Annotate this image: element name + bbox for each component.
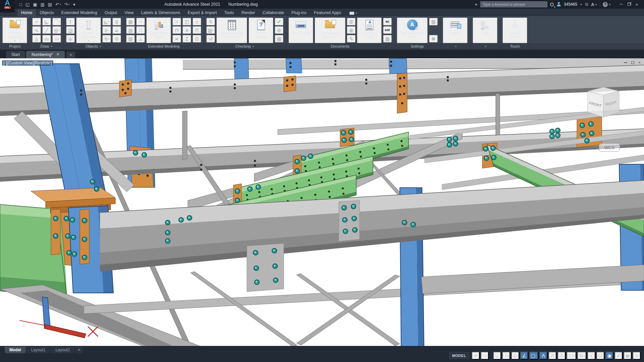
panel-expand-caret[interactable]: ▼ (50, 45, 53, 48)
qat-customize-icon[interactable]: ▾ (72, 2, 77, 7)
polygon-plate-icon[interactable]: ▰ (112, 26, 121, 34)
object-snap-icon[interactable]: ▢▾ (529, 352, 538, 360)
tool-palette-button[interactable]: Advance SteelTool Palette (216, 17, 247, 43)
bottom-bracing[interactable] (191, 272, 400, 346)
rectangle-icon[interactable]: ▭ (42, 35, 51, 43)
select-mode-button[interactable]: SelectMode (502, 17, 527, 43)
viewport-close-icon[interactable]: × (638, 61, 641, 64)
annotation-visibility-icon[interactable]: Λ (539, 352, 547, 360)
plate-icon[interactable]: ◣▾ (102, 18, 111, 25)
panel-label-project[interactable]: Project (0, 43, 30, 50)
bracing-icon[interactable]: ≍ (172, 35, 181, 43)
app-store-cart-icon[interactable]: ⊟ (585, 2, 588, 7)
layout-tab-layout2[interactable]: Layout2 (51, 347, 74, 353)
signin-caret-icon[interactable]: ▼ (580, 3, 582, 6)
ribbon-tab-home[interactable]: Home (17, 9, 36, 16)
beam-features-icon[interactable]: Ⅱ▾ (102, 26, 111, 34)
nc-export-icon[interactable]: NC (383, 18, 392, 25)
beam-icon[interactable]: I (66, 18, 75, 25)
ribbon-toggle-caret[interactable]: ▼ (355, 12, 358, 14)
hole-pattern-icon[interactable]: ∷ (136, 26, 145, 34)
plate-icon-caret[interactable]: ▾ (108, 20, 109, 23)
document-manager-button[interactable]: DocumentManager (315, 17, 345, 43)
bolts-icon[interactable]: ↯▾ (102, 35, 111, 43)
panel-label-caret[interactable]: ▼ (470, 43, 500, 50)
grating-variable-icon[interactable]: ▧ (126, 26, 135, 34)
update-defaults-icon[interactable]: ↺ (206, 35, 215, 43)
ray-icon[interactable]: ╱ (42, 26, 51, 34)
layout-tab-layout1[interactable]: Layout1 (26, 347, 50, 353)
view-button[interactable]: View (473, 17, 497, 43)
ortho-mode-icon[interactable]: ∟ (493, 352, 501, 360)
polygon-icon[interactable]: △ (32, 35, 41, 43)
doc-export-icon[interactable]: ▤ (383, 35, 392, 43)
steel-beam-foreground[interactable] (100, 180, 644, 272)
model-3d-view[interactable]: FRONT RIGHT WCS (0, 58, 644, 346)
close-button[interactable]: × (635, 2, 638, 7)
viewport-restore-icon[interactable] (631, 61, 634, 64)
audit-icon[interactable]: ✔ (275, 18, 283, 25)
ribbon-tab-collaborate[interactable]: Collaborate (259, 9, 288, 16)
circle-icon[interactable]: ◎▾ (52, 26, 61, 34)
object-snap-tracking-icon[interactable]: ∠ (520, 352, 528, 360)
ribbon-display-toggle[interactable]: ▼ (350, 12, 358, 16)
search-icon[interactable] (550, 3, 554, 6)
ellipse-icon-caret[interactable]: ▾ (58, 38, 59, 40)
purlin-icon[interactable]: ≡ (182, 26, 191, 34)
workspace-switching-icon[interactable]: ⚙▾ (577, 352, 586, 360)
drawing-styles-icon[interactable]: ⊞ (347, 18, 356, 25)
special-part-icon[interactable]: ◆ (66, 35, 75, 43)
wcs-selector[interactable]: WCS (599, 143, 620, 152)
panel-label-touch[interactable]: Touch (500, 43, 530, 50)
file-tab-close-icon[interactable]: ✕ (56, 52, 59, 57)
ellipse-icon[interactable]: ○▾ (52, 35, 61, 43)
management-tools-button[interactable]: AManagementTools (397, 17, 428, 43)
anchor-icon[interactable]: ⊥ (136, 35, 145, 43)
ribbon-tab-tools[interactable]: Tools (220, 9, 237, 16)
grid-display-icon[interactable]: # (472, 352, 480, 360)
ribbon-tab-labels-dimensions[interactable]: Labels & Dimensions (137, 9, 184, 16)
new-layout-button[interactable]: + (75, 347, 83, 353)
panel-label-checking[interactable]: Checking▼ (204, 43, 286, 50)
project-explorer-button[interactable]: ProjectExplorer▾ (2, 17, 27, 43)
polar-tracking-icon-caret[interactable]: ▾ (507, 355, 508, 357)
ribbon-tab-plug-ins[interactable]: Plug-ins (288, 9, 310, 16)
spline-icon[interactable]: ∿ (32, 26, 41, 34)
autodesk-apps-icon[interactable]: A▼ (591, 2, 597, 7)
isometric-drafting-icon[interactable]: ⅄▾ (511, 352, 519, 360)
table-database-icon[interactable]: ≋ (429, 35, 438, 43)
undo-icon-caret[interactable]: ▾ (60, 3, 61, 6)
help-icon[interactable]: ?▼ (603, 2, 611, 7)
railing-icon[interactable]: Π (193, 26, 201, 34)
ribbon-tab-view[interactable]: View (121, 9, 137, 16)
ribbon-tab-render[interactable]: Render (238, 9, 259, 16)
plate-contour-icon[interactable]: ◔ (136, 18, 145, 25)
clean-screen-icon[interactable]: ▣ (624, 352, 632, 360)
model-viewport[interactable]: FRONT RIGHT WCS [-][Custom View][Realist… (0, 58, 644, 346)
annotation-scale-icon[interactable]: Λ (557, 352, 566, 360)
panel-label-objects[interactable]: Objects▼ (64, 43, 123, 50)
panel-expand-caret[interactable]: ▼ (485, 45, 487, 48)
user-avatar-icon[interactable] (556, 2, 561, 7)
model-space-button[interactable]: MODEL (449, 352, 469, 359)
splice-plate-center[interactable] (247, 243, 284, 292)
model-check-button[interactable]: ?ModelCheck (249, 17, 273, 43)
annotation-scale-value-caret[interactable]: ▾ (574, 355, 575, 357)
cage-ladder-icon[interactable]: Ω (193, 35, 201, 43)
panel-expand-caret[interactable]: ▼ (99, 45, 102, 48)
polyline-icon[interactable]: ⌐ (32, 18, 41, 25)
search-input[interactable] (480, 1, 547, 7)
ribbon-tab-extended-modeling[interactable]: Extended Modeling (58, 9, 101, 16)
drawing-process-icon[interactable]: ⊠ (347, 26, 356, 34)
search-collapse-icon[interactable]: ▶ (475, 3, 478, 6)
grating-bar-icon[interactable]: ▨ (126, 35, 135, 43)
beam-features-icon-caret[interactable]: ▾ (107, 29, 108, 31)
connection-vault-button[interactable]: ConnectionVault (146, 17, 171, 43)
redo-icon[interactable]: ↷▾ (63, 2, 71, 7)
zed-section-icon[interactable]: Z (182, 35, 191, 43)
frame-icon[interactable]: ∩ (172, 18, 181, 25)
isometric-drafting-icon-caret[interactable]: ▾ (516, 355, 517, 357)
arc-icon-caret[interactable]: ▾ (59, 20, 60, 23)
file-tab-start[interactable]: Start (6, 51, 25, 58)
portal-frame-icon[interactable]: ⊓ (172, 26, 181, 34)
